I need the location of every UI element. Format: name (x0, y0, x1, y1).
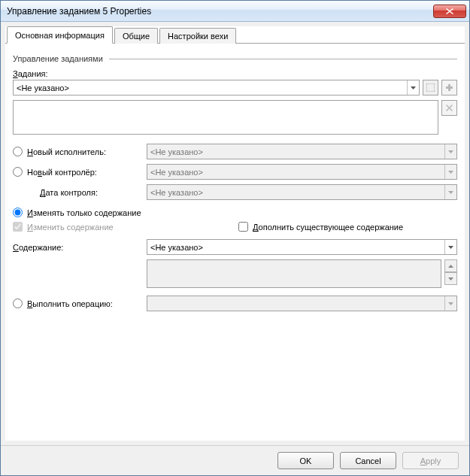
new-performer-row: Новый исполнитель: <Не указано> (13, 144, 457, 159)
close-icon (446, 8, 453, 14)
x-icon (446, 105, 453, 111)
tasks-list[interactable] (13, 100, 438, 135)
ok-button[interactable]: OK (277, 452, 334, 469)
change-content-checkbox: Изменить содержание (13, 222, 238, 232)
chevron-down-icon (444, 240, 456, 254)
content-text-row (13, 259, 457, 288)
properties-dialog: Управление заданием 5 Properties Основна… (0, 0, 470, 476)
cancel-button[interactable]: Cancel (340, 452, 396, 469)
tab-general[interactable]: Общие (114, 28, 158, 44)
control-date-row: Дата контроля: <Не указано> (13, 184, 457, 200)
new-controller-radio[interactable]: Новый контролёр: (13, 167, 97, 177)
group-title: Управление заданиями (13, 54, 103, 63)
new-controller-select: <Не указано> (147, 164, 457, 180)
divider (109, 59, 457, 59)
close-button[interactable] (433, 5, 466, 18)
tasks-browse-button[interactable] (423, 80, 438, 96)
control-date-select: <Не указано> (147, 184, 457, 200)
client-area: Основная информация Общие Настройки вехи… (5, 26, 465, 441)
list-row (13, 100, 457, 135)
content-label: Содержание: (13, 243, 63, 252)
chevron-down-icon (444, 165, 456, 179)
scroll-up-button[interactable] (444, 259, 457, 272)
apply-button: Apply (402, 452, 459, 469)
tasks-add-button (441, 80, 457, 96)
append-content-checkbox[interactable]: Дополнить существующее содержание (238, 222, 403, 232)
tasks-select[interactable]: <Не указано> (13, 80, 420, 96)
titlebar[interactable]: Управление заданием 5 Properties (1, 1, 469, 22)
tab-milestone-settings[interactable]: Настройки вехи (159, 28, 236, 44)
content-checks-row: Изменить содержание Дополнить существующ… (13, 222, 457, 232)
tasks-label: Задания: (13, 69, 457, 78)
content-only-row: Изменять только содержание (13, 208, 457, 217)
tab-main-info[interactable]: Основная информация (7, 26, 113, 44)
chevron-down-icon (444, 185, 456, 199)
tab-strip: Основная информация Общие Настройки вехи (5, 26, 465, 44)
svg-rect-0 (426, 83, 435, 92)
dialog-button-bar: OK Cancel Apply (1, 445, 469, 475)
content-scroll (444, 259, 457, 285)
execute-op-row: Выполнить операцию: (13, 296, 457, 311)
new-performer-radio[interactable]: Новый исполнитель: (13, 147, 106, 156)
tasks-row: <Не указано> (13, 80, 457, 96)
svg-rect-2 (446, 86, 453, 89)
content-textarea (147, 259, 441, 288)
chevron-down-icon (407, 80, 419, 95)
window-title: Управление заданием 5 Properties (7, 6, 151, 17)
plus-icon (446, 84, 453, 91)
ellipsis-icon (426, 83, 435, 92)
execute-op-radio[interactable]: Выполнить операцию: (13, 299, 113, 308)
content-select-row: Содержание: <Не указано> (13, 239, 457, 255)
new-controller-row: Новый контролёр: <Не указано> (13, 164, 457, 180)
new-performer-select: <Не указано> (147, 144, 457, 159)
execute-op-select (147, 296, 457, 311)
tab-page-main: Управление заданиями Задания: <Не указан… (5, 44, 465, 441)
content-select[interactable]: <Не указано> (147, 239, 457, 255)
chevron-down-icon (444, 144, 456, 159)
tasks-remove-button (441, 100, 457, 116)
scroll-down-button[interactable] (444, 272, 457, 285)
control-date-label: Дата контроля: (40, 188, 98, 197)
group-header: Управление заданиями (13, 54, 457, 63)
chevron-down-icon (444, 296, 456, 311)
content-only-radio[interactable]: Изменять только содержание (13, 208, 141, 217)
